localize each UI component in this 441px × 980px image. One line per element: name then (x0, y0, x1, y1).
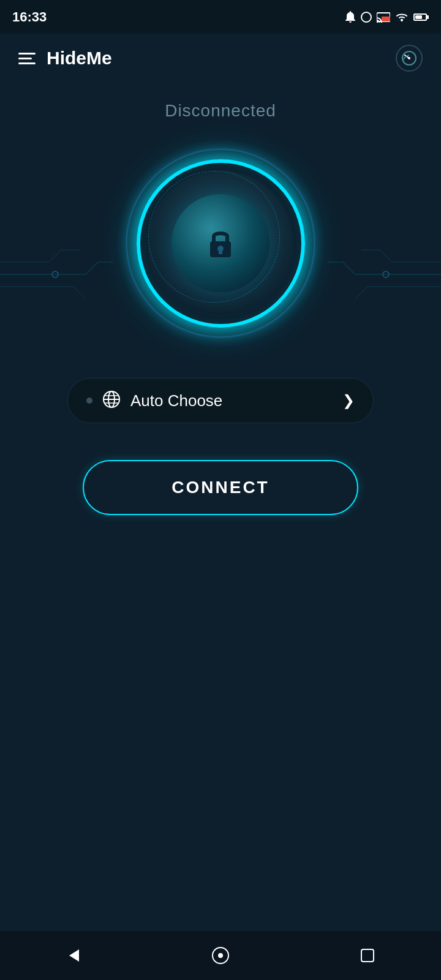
bottom-nav (0, 931, 441, 980)
svg-point-19 (383, 271, 389, 277)
globe-icon (102, 390, 121, 412)
svg-rect-27 (219, 251, 222, 254)
recent-apps-button[interactable] (352, 940, 383, 971)
svg-point-6 (408, 57, 410, 59)
top-nav: HideMe (0, 34, 441, 83)
svg-point-0 (361, 12, 371, 22)
status-time: 16:33 (12, 9, 47, 25)
connect-button[interactable]: CONNECT (83, 460, 358, 515)
server-selector[interactable]: Auto Choose ❯ (67, 378, 374, 423)
lock-circle (172, 194, 270, 292)
chevron-right-icon: ❯ (342, 392, 355, 409)
recent-icon (360, 948, 375, 963)
menu-button[interactable] (18, 53, 36, 64)
server-status-dot (86, 398, 92, 404)
main-content: Disconnected (0, 83, 441, 515)
svg-rect-2 (382, 17, 390, 21)
speed-test-button[interactable] (396, 45, 423, 72)
svg-line-23 (380, 250, 392, 262)
svg-point-4 (401, 19, 403, 21)
svg-point-35 (218, 953, 223, 958)
server-name-label: Auto Choose (130, 391, 333, 410)
battery-icon (413, 13, 429, 21)
notification-icon (345, 11, 356, 23)
circle-icon (361, 12, 372, 23)
svg-rect-36 (361, 949, 374, 962)
svg-line-14 (49, 250, 61, 262)
speedometer-icon (401, 50, 417, 66)
nav-left: HideMe (18, 48, 112, 69)
svg-point-10 (52, 271, 58, 277)
svg-marker-33 (69, 949, 79, 962)
status-bar: 16:33 (0, 0, 441, 34)
svg-line-8 (86, 262, 98, 274)
home-icon (212, 947, 229, 964)
svg-line-17 (343, 262, 355, 274)
connection-status: Disconnected (165, 101, 276, 121)
svg-line-21 (355, 287, 368, 299)
svg-line-12 (74, 287, 86, 299)
app-title: HideMe (47, 48, 112, 69)
lock-icon (199, 221, 242, 266)
wifi-icon (395, 12, 409, 22)
vpn-power-button[interactable] (123, 145, 318, 341)
back-button[interactable] (58, 940, 89, 971)
cast-icon (377, 12, 390, 23)
home-button[interactable] (205, 940, 236, 971)
back-icon (64, 946, 83, 965)
status-icons (345, 11, 429, 23)
